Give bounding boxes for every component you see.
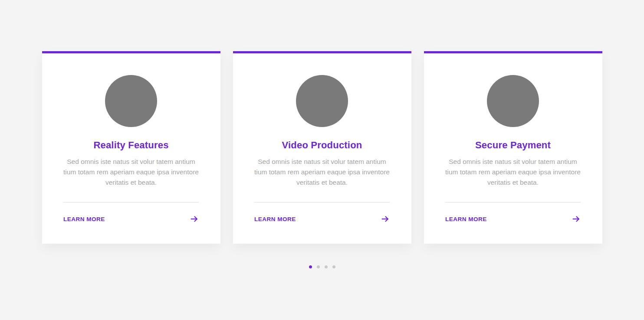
arrow-right-icon[interactable] bbox=[380, 214, 390, 224]
feature-image-placeholder bbox=[105, 75, 157, 127]
card-title: Secure Payment bbox=[475, 140, 551, 151]
carousel-dots bbox=[0, 265, 644, 268]
feature-card-video-production: Video Production Sed omnis iste natus si… bbox=[233, 51, 411, 244]
arrow-right-icon[interactable] bbox=[571, 214, 581, 224]
carousel-dot-1[interactable] bbox=[309, 265, 312, 268]
card-divider bbox=[63, 202, 199, 202]
feature-cards-row: Reality Features Sed omnis iste natus si… bbox=[0, 0, 644, 244]
card-footer: LEARN MORE bbox=[445, 214, 581, 224]
card-divider bbox=[254, 202, 390, 202]
card-footer: LEARN MORE bbox=[254, 214, 390, 224]
carousel-dot-3[interactable] bbox=[325, 265, 328, 268]
learn-more-link[interactable]: LEARN MORE bbox=[63, 216, 105, 222]
feature-image-placeholder bbox=[487, 75, 539, 127]
card-description: Sed omnis iste natus sit volur tatem ant… bbox=[253, 157, 391, 188]
feature-image-placeholder bbox=[296, 75, 348, 127]
card-description: Sed omnis iste natus sit volur tatem ant… bbox=[62, 157, 200, 188]
feature-card-secure-payment: Secure Payment Sed omnis iste natus sit … bbox=[424, 51, 602, 244]
arrow-right-icon[interactable] bbox=[189, 214, 199, 224]
learn-more-link[interactable]: LEARN MORE bbox=[254, 216, 296, 222]
feature-card-reality-features: Reality Features Sed omnis iste natus si… bbox=[42, 51, 220, 244]
card-title: Video Production bbox=[282, 140, 362, 151]
card-divider bbox=[445, 202, 581, 202]
carousel-dot-4[interactable] bbox=[332, 265, 335, 268]
card-title: Reality Features bbox=[93, 140, 168, 151]
card-footer: LEARN MORE bbox=[63, 214, 199, 224]
card-description: Sed omnis iste natus sit volur tatem ant… bbox=[444, 157, 582, 188]
carousel-dot-2[interactable] bbox=[317, 265, 320, 268]
learn-more-link[interactable]: LEARN MORE bbox=[445, 216, 487, 222]
